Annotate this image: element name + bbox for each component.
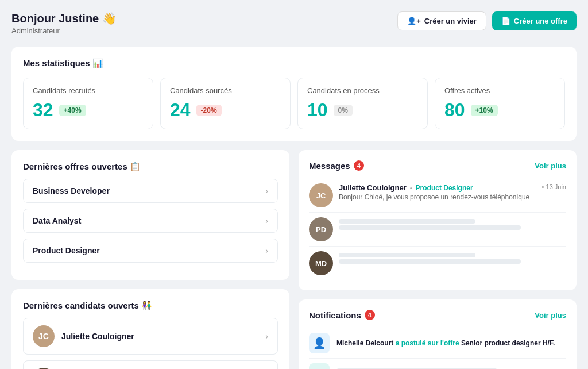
stat-item: Candidats en process 10 0% <box>297 78 428 129</box>
avatar: JC <box>309 183 333 207</box>
message-date: • 13 Juin <box>542 183 566 207</box>
notifications-voir-plus[interactable]: Voir plus <box>535 311 566 320</box>
stat-badge: 0% <box>334 105 353 116</box>
notifications-badge: 4 <box>365 310 375 320</box>
offres-card: Dernières offres ouvertes 📋 Business Dev… <box>11 150 289 280</box>
candidat-info: JC Juliette Couloigner <box>33 325 134 347</box>
messages-card: Messages 4 Voir plus JC Juliette Couloig… <box>299 150 577 290</box>
messages-voir-plus[interactable]: Voir plus <box>535 162 566 170</box>
candidat-item[interactable]: PD Pierre Dupuy › <box>23 360 278 369</box>
notifications-card: Notifications 4 Voir plus 👤 Michelle Del… <box>299 299 577 369</box>
chevron-right-icon: › <box>265 246 268 255</box>
create-vivier-button[interactable]: 👤+ Créer un vivier <box>397 11 486 30</box>
greeting-title: Bonjour Justine 👋 <box>11 11 117 25</box>
stat-badge: -20% <box>196 105 222 116</box>
stats-card: Mes statistiques 📊 Candidats recrutés 32… <box>11 47 577 141</box>
offre-label: Business Developer <box>33 186 110 195</box>
loading-bar <box>339 225 521 230</box>
chevron-right-icon: › <box>265 332 268 341</box>
messages-list: JC Juliette Couloigner • Product Designe… <box>309 179 566 280</box>
offre-item[interactable]: Product Designer › <box>23 239 278 263</box>
stat-item: Offres actives 80 +10% <box>435 78 565 129</box>
messages-badge: 4 <box>354 160 364 171</box>
header-actions: 👤+ Créer un vivier 📄 Créer une offre <box>397 11 577 30</box>
loading-bar <box>339 219 475 224</box>
loading-bar <box>339 253 475 257</box>
offre-label: Data Analyst <box>33 216 81 225</box>
header-greeting: Bonjour Justine 👋 Administrateur <box>11 11 117 35</box>
stats-title: Mes statistiques 📊 <box>23 58 565 68</box>
offres-title: Dernières offres ouvertes 📋 <box>23 162 278 172</box>
notif-loading-content <box>336 367 566 370</box>
bullet: • <box>410 184 412 191</box>
notif-icon: 🔄 <box>309 363 330 369</box>
left-panel: Dernières offres ouvertes 📋 Business Dev… <box>11 150 289 369</box>
stat-label: Candidats recrutés <box>33 86 144 95</box>
stat-value-row: 24 -20% <box>170 99 281 121</box>
message-text: Bonjour Chloé, je vous proposoe un rende… <box>339 193 536 201</box>
chevron-right-icon: › <box>265 216 268 225</box>
stat-label: Candidats en process <box>307 86 418 95</box>
message-item[interactable]: JC Juliette Couloigner • Product Designe… <box>309 179 566 213</box>
stat-value-row: 32 +40% <box>33 99 144 121</box>
candidats-list: JC Juliette Couloigner › PD Pierre Dupuy… <box>23 318 278 369</box>
offre-item[interactable]: Data Analyst › <box>23 209 278 233</box>
candidat-name: Juliette Couloigner <box>61 332 134 341</box>
message-loading-content <box>339 217 566 241</box>
notifications-title: Notifications 4 <box>309 310 375 320</box>
stat-badge: +40% <box>59 105 86 116</box>
offres-list: Business Developer › Data Analyst › Prod… <box>23 179 278 263</box>
notif-icon: 👤 <box>309 333 330 353</box>
user-role: Administrateur <box>11 26 117 35</box>
stat-number: 80 <box>444 99 465 121</box>
message-header-row: Juliette Couloigner • Product Designer <box>339 183 536 192</box>
avatar: JC <box>33 325 55 347</box>
notifications-header: Notifications 4 Voir plus <box>309 310 566 320</box>
stat-value-row: 80 +10% <box>444 99 555 121</box>
vivier-icon: 👤+ <box>407 17 421 25</box>
right-panel: Messages 4 Voir plus JC Juliette Couloig… <box>299 150 577 369</box>
message-loading-content <box>339 251 566 275</box>
stat-number: 24 <box>170 99 191 121</box>
notification-item[interactable]: 🔄 <box>309 359 566 369</box>
stat-label: Offres actives <box>444 86 555 95</box>
offre-icon: 📄 <box>501 17 510 25</box>
messages-header: Messages 4 Voir plus <box>309 160 566 171</box>
notif-action: a postulé sur l'offre <box>396 339 461 347</box>
messages-title: Messages 4 <box>309 160 364 171</box>
message-content: Juliette Couloigner • Product Designer B… <box>339 183 536 207</box>
notif-offer: Senior product designer H/F. <box>461 339 555 347</box>
header: Bonjour Justine 👋 Administrateur 👤+ Crée… <box>11 11 577 35</box>
message-role: Product Designer <box>416 184 473 192</box>
app-container: Bonjour Justine 👋 Administrateur 👤+ Crée… <box>0 0 588 369</box>
avatar: MD <box>309 251 333 275</box>
avatar: PD <box>309 217 333 241</box>
stats-grid: Candidats recrutés 32 +40% Candidats sou… <box>23 78 565 129</box>
chevron-right-icon: › <box>265 186 268 195</box>
stat-number: 10 <box>307 99 328 121</box>
candidat-item[interactable]: JC Juliette Couloigner › <box>23 318 278 355</box>
stat-badge: +10% <box>471 105 498 116</box>
stat-item: Candidats sourcés 24 -20% <box>160 78 291 129</box>
message-item[interactable]: MD <box>309 247 566 280</box>
offre-label: Product Designer <box>33 246 100 255</box>
create-offre-button[interactable]: 📄 Créer une offre <box>492 11 577 30</box>
stat-item: Candidats recrutés 32 +40% <box>23 78 153 129</box>
loading-bar <box>339 259 521 264</box>
message-sender: Juliette Couloigner <box>339 183 407 192</box>
main-grid: Dernières offres ouvertes 📋 Business Dev… <box>11 150 577 369</box>
stat-label: Candidats sourcés <box>170 86 281 95</box>
notification-item[interactable]: 👤 Michelle Delcourt a postulé sur l'offr… <box>309 328 566 359</box>
candidats-card: Dernières candidats ouverts 👫 JC Juliett… <box>11 289 289 369</box>
stat-number: 32 <box>33 99 53 121</box>
offre-item[interactable]: Business Developer › <box>23 179 278 203</box>
notifications-list: 👤 Michelle Delcourt a postulé sur l'offr… <box>309 328 566 369</box>
notif-text: Michelle Delcourt a postulé sur l'offre … <box>336 339 555 347</box>
candidats-title: Dernières candidats ouverts 👫 <box>23 301 278 311</box>
stat-value-row: 10 0% <box>307 99 418 121</box>
notif-person: Michelle Delcourt <box>336 339 393 347</box>
message-item[interactable]: PD <box>309 213 566 247</box>
